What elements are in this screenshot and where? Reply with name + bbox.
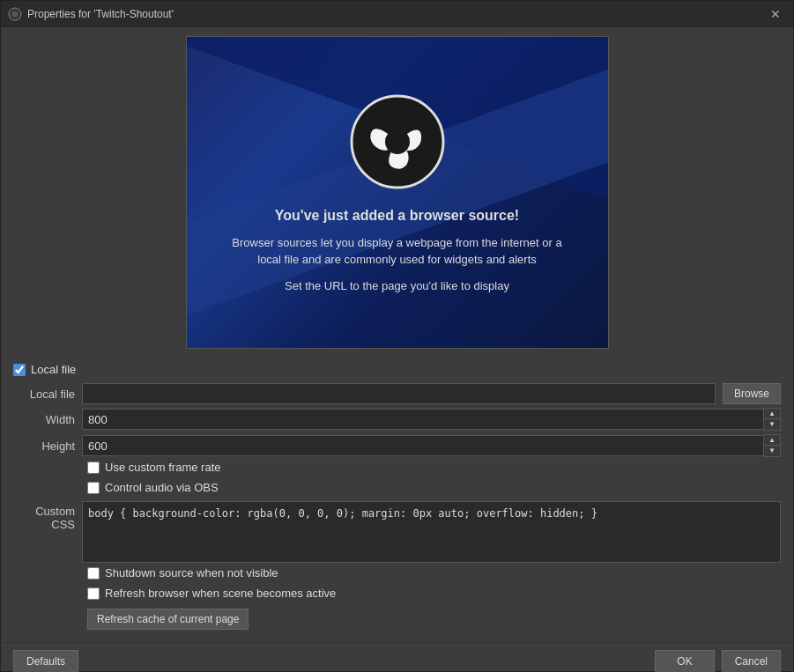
width-spin-up[interactable]: ▲	[764, 409, 780, 419]
width-spin-down[interactable]: ▼	[764, 419, 780, 430]
svg-point-3	[385, 129, 410, 154]
local-file-checkbox-label[interactable]: Local file	[31, 363, 76, 376]
ok-button[interactable]: OK	[655, 650, 714, 672]
preview-body: Browser sources let you display a webpag…	[230, 234, 565, 269]
preview-content: You've just added a browser source! Brow…	[187, 37, 608, 348]
refresh-browser-row: Refresh browser when scene becomes activ…	[13, 587, 781, 600]
svg-point-1	[12, 11, 19, 18]
control-audio-checkbox[interactable]	[87, 482, 100, 494]
height-label: Height	[13, 439, 75, 453]
custom-css-label: Custom CSS	[13, 501, 75, 563]
preview-text: You've just added a browser source! Brow…	[230, 208, 565, 292]
window-title: Properties for 'Twitch-Shoutout'	[27, 8, 765, 20]
local-file-checkbox-row: Local file	[13, 363, 781, 376]
shutdown-source-row: Shutdown source when not visible	[13, 566, 781, 580]
shutdown-label[interactable]: Shutdown source when not visible	[105, 566, 278, 580]
close-button[interactable]: ✕	[765, 4, 786, 25]
width-row: Width 800 ▲ ▼	[13, 408, 781, 431]
width-label: Width	[13, 413, 75, 426]
height-spin-up[interactable]: ▲	[764, 435, 780, 446]
bottom-right-buttons: OK Cancel	[655, 650, 781, 672]
bottom-bar: Defaults OK Cancel	[1, 642, 793, 672]
custom-frame-rate-label[interactable]: Use custom frame rate	[105, 461, 221, 474]
width-input[interactable]: 800	[82, 409, 763, 430]
control-audio-row: Control audio via OBS	[13, 481, 781, 494]
titlebar: Properties for 'Twitch-Shoutout' ✕	[1, 1, 793, 27]
height-row: Height 600 ▲ ▼	[13, 434, 781, 457]
height-input[interactable]: 600	[82, 435, 763, 456]
custom-frame-rate-checkbox[interactable]	[87, 462, 100, 474]
shutdown-checkbox[interactable]	[87, 567, 100, 580]
local-file-checkbox[interactable]	[13, 364, 26, 376]
refresh-cache-button[interactable]: Refresh cache of current page	[87, 609, 249, 630]
browser-preview: You've just added a browser source! Brow…	[186, 36, 609, 349]
preview-cta: Set the URL to the page you'd like to di…	[230, 279, 565, 292]
form-area: Local file Local file Browse Width 800 ▲…	[1, 358, 793, 642]
local-file-row: Local file Browse	[13, 383, 781, 404]
obs-titlebar-icon	[8, 7, 22, 21]
custom-css-textarea[interactable]	[82, 501, 781, 563]
cancel-button[interactable]: Cancel	[722, 650, 781, 672]
refresh-browser-label[interactable]: Refresh browser when scene becomes activ…	[105, 587, 336, 600]
refresh-cache-row: Refresh cache of current page	[13, 607, 781, 630]
local-file-input[interactable]	[82, 383, 716, 404]
custom-css-row: Custom CSS	[13, 501, 781, 563]
obs-logo	[349, 93, 446, 190]
height-spinner: ▲ ▼	[763, 434, 781, 457]
width-spinner: ▲ ▼	[763, 408, 781, 431]
refresh-browser-checkbox[interactable]	[87, 587, 100, 600]
local-file-label: Local file	[13, 388, 75, 401]
control-audio-label[interactable]: Control audio via OBS	[105, 481, 219, 494]
main-window: Properties for 'Twitch-Shoutout' ✕ You'v…	[0, 0, 794, 672]
defaults-button[interactable]: Defaults	[13, 650, 78, 672]
custom-frame-rate-row: Use custom frame rate	[13, 461, 781, 474]
preview-headline: You've just added a browser source!	[230, 208, 565, 224]
height-spin-down[interactable]: ▼	[764, 446, 780, 456]
browse-button[interactable]: Browse	[723, 383, 781, 404]
